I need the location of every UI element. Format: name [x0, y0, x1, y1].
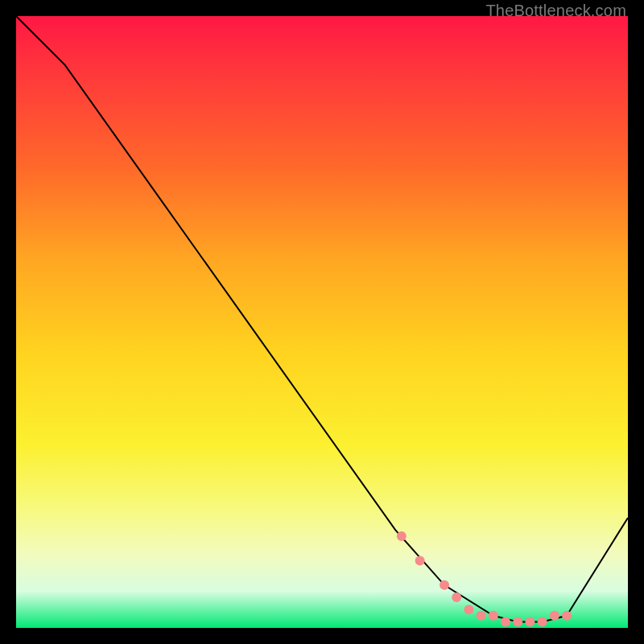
data-marker	[562, 611, 572, 621]
data-marker	[452, 592, 461, 602]
marker-group	[397, 531, 572, 626]
data-marker	[501, 617, 510, 626]
data-marker	[550, 611, 559, 621]
data-marker	[415, 555, 425, 565]
data-marker	[477, 611, 486, 621]
curve-svg	[16, 16, 628, 628]
data-line	[16, 16, 628, 621]
data-marker	[440, 580, 449, 590]
plot-area	[16, 16, 628, 628]
data-marker	[489, 611, 498, 621]
chart-stage: TheBottleneck.com	[0, 0, 644, 644]
data-marker	[538, 617, 547, 626]
data-marker	[464, 605, 473, 614]
data-marker	[525, 617, 535, 626]
data-marker	[513, 617, 522, 626]
data-marker	[397, 531, 407, 541]
